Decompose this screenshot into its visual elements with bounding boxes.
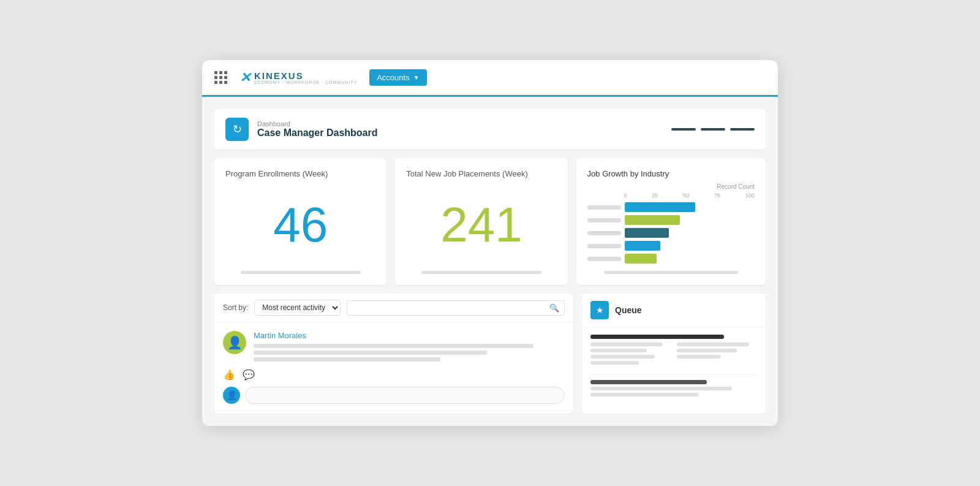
- accounts-label: Accounts: [377, 73, 409, 82]
- search-box: 🔍: [347, 300, 565, 316]
- avatar-icon: 👤: [227, 335, 243, 350]
- grid-menu-icon[interactable]: [214, 71, 227, 84]
- axis-100: 100: [745, 192, 755, 199]
- activity-user-name[interactable]: Martin Morales: [254, 331, 565, 340]
- logo-x-icon: ✕: [239, 70, 251, 86]
- queue-item-1-rows: [590, 343, 757, 367]
- activity-line-1: [254, 344, 533, 348]
- activity-content: Martin Morales: [254, 331, 565, 364]
- chart-row-1: [587, 202, 755, 212]
- accounts-button[interactable]: Accounts ▼: [369, 69, 426, 86]
- queue-item-1-title: [590, 335, 724, 339]
- queue-item-2: [590, 380, 757, 399]
- qr1-1: [677, 343, 749, 346]
- chart-bar-2: [625, 215, 680, 225]
- activity-panel: Sort by: Most recent activity 🔍 👤: [214, 294, 573, 414]
- activity-item-header: 👤 Martin Morales: [223, 331, 565, 364]
- reply-avatar: 👤: [223, 387, 240, 404]
- ql1-1: [590, 343, 663, 346]
- widget-grid: Program Enrollments (Week) 46 Total New …: [214, 158, 766, 285]
- top-nav: ✕ kinexus ECONOMY · WORKFORCE · COMMUNIT…: [202, 60, 778, 97]
- chart-bar-3: [625, 228, 669, 238]
- enrollments-widget: Program Enrollments (Week) 46: [214, 158, 386, 285]
- activity-item: 👤 Martin Morales 👍 💬: [214, 322, 573, 411]
- header-control-bar-2[interactable]: [701, 128, 725, 131]
- breadcrumb: Dashboard: [257, 120, 378, 127]
- queue-item-2-title: [590, 380, 707, 384]
- queue-panel: ★ Queue: [582, 294, 766, 414]
- star-icon: ★: [596, 305, 604, 315]
- enrollments-title: Program Enrollments (Week): [225, 169, 375, 178]
- ql2-1: [590, 387, 732, 390]
- chart-row-2: [587, 215, 755, 225]
- logo-tagline-label: ECONOMY · WORKFORCE · COMMUNITY: [254, 80, 357, 85]
- header-control-bar-1[interactable]: [671, 128, 696, 131]
- placements-widget: Total New Job Placements (Week) 241: [395, 158, 567, 285]
- sort-bar: Sort by: Most recent activity 🔍: [214, 294, 573, 322]
- reply-input[interactable]: [245, 387, 565, 404]
- queue-title: Queue: [615, 305, 642, 315]
- activity-input-row: 👤: [223, 387, 565, 404]
- ql2-2: [590, 393, 699, 397]
- dashboard-icon: ↻: [225, 118, 249, 141]
- chart-row-3: [587, 228, 755, 238]
- chevron-down-icon: ▼: [413, 74, 420, 81]
- chart-bar-4: [625, 241, 660, 251]
- comment-icon[interactable]: 💬: [243, 369, 255, 381]
- axis-50: 50: [683, 192, 689, 199]
- header-control-bar-3[interactable]: [730, 128, 755, 131]
- chart-row-5: [587, 254, 755, 264]
- chart-row-4: [587, 241, 755, 251]
- queue-divider: [590, 374, 757, 375]
- sort-select[interactable]: Most recent activity: [254, 300, 341, 316]
- bottom-section: Sort by: Most recent activity 🔍 👤: [214, 294, 766, 414]
- enrollments-value: 46: [225, 186, 375, 264]
- queue-row-right-1: [677, 343, 757, 367]
- chart-label-4: [587, 244, 621, 248]
- record-count-label: Record Count: [587, 183, 755, 190]
- queue-header: ★ Queue: [582, 294, 766, 327]
- dashboard-title-area: ↻ Dashboard Case Manager Dashboard: [225, 118, 378, 141]
- queue-row-left-2: [590, 387, 757, 399]
- queue-row-left-1: [590, 343, 671, 367]
- dashboard-header: ↻ Dashboard Case Manager Dashboard: [214, 109, 766, 150]
- job-growth-footer-bar: [604, 271, 738, 274]
- placements-value: 241: [406, 186, 556, 264]
- activity-line-2: [254, 351, 487, 355]
- activity-actions: 👍 💬: [223, 369, 565, 381]
- queue-icon: ★: [590, 301, 609, 319]
- queue-content: [582, 327, 766, 414]
- ql1-3: [590, 355, 655, 359]
- ql1-4: [590, 361, 639, 365]
- chart-bar-1: [625, 202, 695, 212]
- placements-title: Total New Job Placements (Week): [406, 169, 556, 178]
- chart-label-5: [587, 257, 621, 261]
- logo: ✕ kinexus ECONOMY · WORKFORCE · COMMUNIT…: [239, 70, 357, 86]
- main-content: ↻ Dashboard Case Manager Dashboard Progr…: [202, 97, 778, 426]
- search-input[interactable]: [352, 303, 546, 312]
- refresh-icon: ↻: [233, 123, 242, 136]
- chart-area: [587, 202, 755, 264]
- axis-25: 25: [652, 192, 658, 199]
- qr1-3: [677, 355, 721, 359]
- search-icon[interactable]: 🔍: [549, 303, 559, 313]
- avatar: 👤: [223, 331, 246, 354]
- axis-0: 0: [624, 192, 627, 199]
- activity-line-3: [254, 357, 440, 362]
- queue-item-1: [590, 335, 757, 367]
- enrollments-footer-bar: [241, 271, 361, 274]
- qr1-2: [677, 349, 737, 352]
- logo-text: kinexus ECONOMY · WORKFORCE · COMMUNITY: [254, 71, 357, 85]
- chart-axis: 0 25 50 75 100: [587, 192, 755, 199]
- page-title: Case Manager Dashboard: [257, 127, 378, 139]
- header-controls: [671, 128, 755, 131]
- chart-label-1: [587, 205, 621, 210]
- placements-footer-bar: [421, 271, 541, 274]
- chart-bar-5: [625, 254, 657, 264]
- job-growth-title: Job Growth by Industry: [587, 169, 755, 178]
- axis-75: 75: [714, 192, 720, 199]
- chart-label-2: [587, 218, 621, 222]
- sort-label: Sort by:: [223, 303, 248, 312]
- queue-item-2-rows: [590, 387, 757, 399]
- like-icon[interactable]: 👍: [223, 369, 235, 381]
